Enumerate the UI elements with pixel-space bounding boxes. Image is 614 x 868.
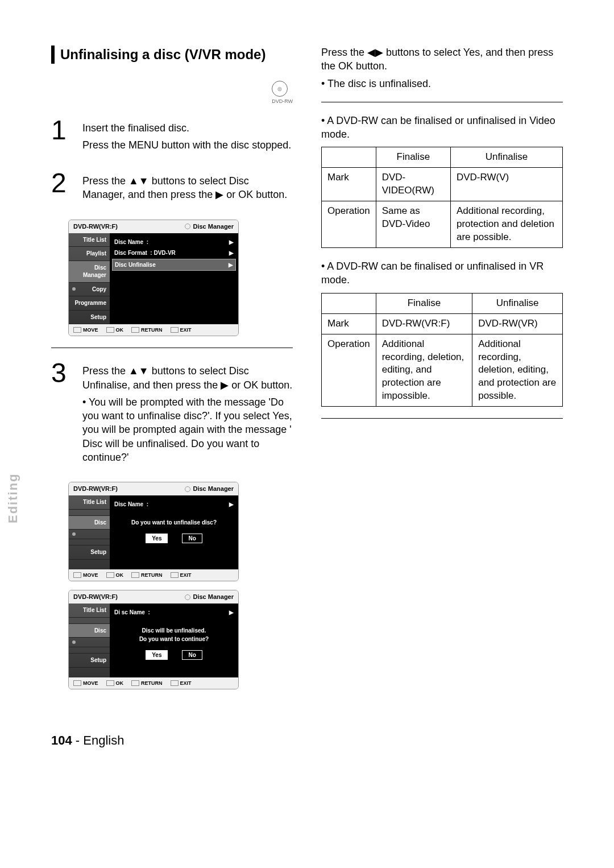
osd-foot-ok: OK — [106, 572, 124, 578]
osd-title-right: Disc Manager — [185, 593, 234, 601]
disc-type-badge: ◎ DVD-RW — [51, 81, 293, 105]
td: DVD-RW(VR:F) — [376, 313, 472, 334]
osd-screenshot-1: DVD-RW(VR:F) Disc Manager Title List Pla… — [68, 220, 239, 336]
step3-bullet: You will be prompted with the message 'D… — [82, 395, 293, 464]
right-arrow-icon: ▶ — [229, 249, 234, 257]
osd-side-item — [69, 539, 110, 545]
td: Mark — [322, 313, 376, 334]
osd-foot-return: RETURN — [131, 572, 163, 578]
osd-side-item: Setup — [69, 654, 110, 668]
osd-foot-return: RETURN — [131, 326, 163, 333]
right-note-2: A DVD-RW can be finalised or unfinalised… — [321, 259, 563, 287]
osd-row-label: Disc Name — [114, 239, 143, 245]
osd-title-left: DVD-RW(VR:F) — [73, 222, 118, 231]
osd-foot-exit: EXIT — [171, 680, 192, 687]
osd-title-left: DVD-RW(VR:F) — [73, 485, 118, 493]
th — [322, 293, 376, 313]
right-arrow-icon: ▶ — [221, 379, 229, 391]
osd-side-item: Setup — [69, 545, 110, 560]
right-intro: Press the ◀▶ buttons to select Yes, and … — [321, 46, 563, 90]
osd-row-label: Disc Unfinalise — [115, 261, 156, 269]
text: Press the — [82, 365, 128, 377]
right-arrow-icon: ▶ — [229, 609, 234, 617]
chapter-side-label: Editing — [5, 473, 22, 523]
td: DVD-RW(VR) — [472, 313, 563, 334]
osd-no-button: No — [182, 650, 202, 660]
text: or OK button. — [229, 379, 292, 391]
td: Operation — [322, 334, 376, 407]
osd-row-label: Disc Name — [114, 501, 143, 507]
osd-side-item: Title List — [69, 604, 110, 618]
osd-side-item: Programme — [69, 296, 110, 311]
osd-foot-exit: EXIT — [171, 326, 192, 333]
osd-foot-ok: OK — [106, 326, 124, 333]
th: Finalise — [376, 293, 472, 313]
osd-side-item — [69, 510, 110, 516]
osd-side-item: Title List — [69, 495, 110, 510]
osd-screenshot-3: DVD-RW(VR:F) Disc Manager Title List Dis… — [68, 590, 239, 689]
osd-row-label: Disc Format — [114, 250, 147, 256]
td: DVD-VIDEO(RW) — [376, 168, 450, 201]
osd-message: Do you want to unfinalise disc? — [114, 518, 234, 527]
updown-arrow-icon: ▲▼ — [128, 365, 149, 377]
osd-title-right: Disc Manager — [185, 222, 234, 231]
page-footer: 104 - English — [51, 732, 563, 749]
osd-side-item — [69, 638, 110, 647]
osd-side-item — [69, 618, 110, 624]
right-intro-bullet: The disc is unfinalised. — [321, 77, 563, 90]
osd-side-item: Disc — [69, 624, 110, 638]
osd-row-value: : — [147, 239, 148, 245]
osd-foot-ok: OK — [106, 680, 124, 687]
osd-side-item — [69, 530, 110, 539]
updown-arrow-icon: ▲▼ — [128, 175, 149, 187]
osd-title-right: Disc Manager — [185, 485, 234, 493]
right-arrow-icon: ▶ — [215, 189, 223, 200]
osd-foot-exit: EXIT — [171, 572, 192, 578]
th: Unfinalise — [450, 147, 562, 168]
right-arrow-icon: ▶ — [229, 261, 233, 269]
osd-side-item — [69, 647, 110, 654]
step-2: 2 Press the ▲▼ buttons to select Disc Ma… — [51, 170, 293, 205]
step3-text: Press the ▲▼ buttons to select Disc Unfi… — [82, 364, 293, 392]
osd-side-item: Copy — [69, 283, 110, 297]
osd-row-value: : — [148, 609, 150, 615]
disc-icon-label: DVD-RW — [272, 98, 293, 105]
osd-side-item: Playlist — [69, 247, 110, 261]
osd-row-value: : DVD-VR — [150, 250, 175, 256]
step2-text: Press the ▲▼ buttons to select Disc Mana… — [82, 174, 293, 202]
osd-side-item: Disc — [69, 516, 110, 530]
step1-line2: Press the MENU button with the disc stop… — [82, 138, 293, 152]
osd-side-item: Disc Manager — [69, 261, 110, 283]
right-arrow-icon: ▶ — [229, 501, 234, 509]
osd-foot-move: MOVE — [73, 326, 98, 333]
osd-row-value: : — [147, 501, 148, 507]
right-arrow-icon: ▶ — [229, 238, 234, 246]
osd-yes-button: Yes — [146, 534, 168, 544]
text: - — [72, 733, 84, 747]
page-number: 104 — [51, 733, 72, 747]
td: Same as DVD-Video — [376, 201, 450, 248]
osd-foot-return: RETURN — [131, 680, 163, 687]
td: Additional recording, protection and del… — [450, 201, 562, 248]
page-language: English — [83, 733, 124, 747]
step-1: 1 Insert the finalised disc. Press the M… — [51, 117, 293, 156]
step-number: 2 — [51, 170, 74, 205]
right-note-1: A DVD-RW can be finalised or unfinalised… — [321, 114, 563, 142]
step-3: 3 Press the ▲▼ buttons to select Disc Un… — [51, 359, 293, 468]
osd-screenshot-2: DVD-RW(VR:F) Disc Manager Title List Dis… — [68, 482, 239, 581]
td: Mark — [322, 168, 376, 201]
th: Finalise — [376, 147, 450, 168]
vr-mode-table: Finalise Unfinalise Mark DVD-RW(VR:F) DV… — [321, 293, 563, 407]
section-heading: Unfinalising a disc (V/VR mode) — [51, 46, 293, 64]
td: Additional recording, deletion, editing,… — [472, 334, 563, 407]
disc-icon: ◎ — [272, 81, 288, 97]
osd-foot-move: MOVE — [73, 572, 98, 578]
text: Press the — [82, 175, 128, 187]
osd-yes-button: Yes — [146, 650, 168, 660]
video-mode-table: Finalise Unfinalise Mark DVD-VIDEO(RW) D… — [321, 147, 563, 248]
osd-no-button: No — [182, 534, 202, 544]
osd-side-item: Setup — [69, 311, 110, 325]
step-number: 3 — [51, 359, 74, 468]
text: or OK button. — [223, 189, 287, 200]
osd-side-item: Title List — [69, 233, 110, 247]
